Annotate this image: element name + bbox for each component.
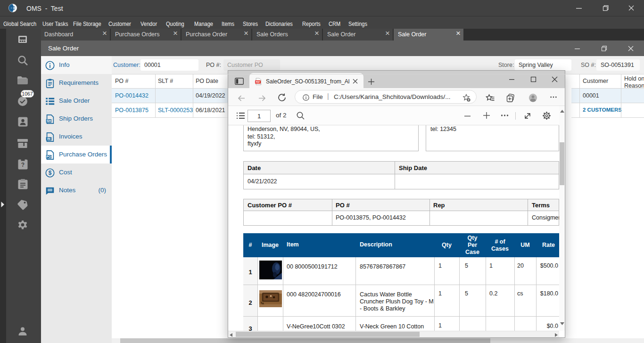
svg-text:$: $ xyxy=(49,170,52,176)
svg-text:?: ? xyxy=(21,162,25,168)
svg-text:SH: SH xyxy=(47,119,51,122)
svg-text:PDF: PDF xyxy=(256,81,260,83)
svg-text:IN: IN xyxy=(47,137,50,140)
svg-text:PO: PO xyxy=(46,155,51,158)
